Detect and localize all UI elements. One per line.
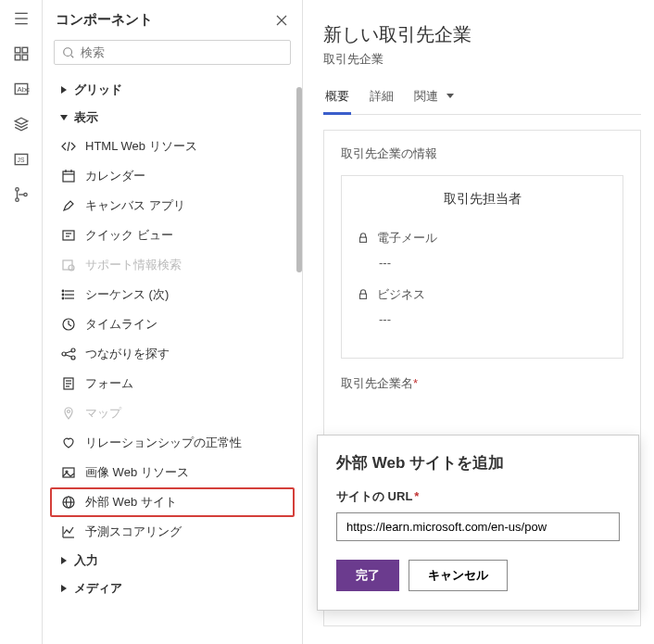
add-external-website-dialog: 外部 Web サイトを追加 サイトの URL* 完了 キャンセル — [317, 435, 639, 611]
chart-icon — [61, 524, 76, 539]
network-icon — [61, 347, 76, 361]
tab-related[interactable]: 関連 — [412, 88, 457, 114]
tree-icon[interactable] — [12, 185, 31, 204]
calendar-icon — [61, 169, 76, 183]
layers-icon[interactable] — [12, 115, 31, 133]
globe-icon — [61, 495, 76, 510]
field-business: ビジネス — [357, 286, 608, 303]
item-form[interactable]: フォーム — [43, 369, 302, 398]
item-predictive-scoring[interactable]: 予測スコアリング — [43, 517, 302, 547]
contact-title: 取引先担当者 — [357, 191, 608, 208]
pin-icon — [61, 406, 76, 421]
svg-rect-61 — [360, 294, 367, 298]
tabs: 概要 詳細 関連 — [323, 88, 641, 115]
svg-text:JS: JS — [17, 157, 24, 163]
dialog-title: 外部 Web サイトを追加 — [336, 452, 620, 474]
svg-marker-22 — [60, 115, 68, 120]
clock-icon — [61, 317, 76, 332]
svg-point-42 — [71, 356, 75, 360]
svg-rect-24 — [63, 171, 74, 182]
contact-box: 取引先担当者 電子メール --- ビジネス --- — [341, 175, 623, 359]
section-title: 取引先企業の情報 — [341, 145, 623, 162]
item-support-search[interactable]: サポート情報検索 — [43, 250, 302, 280]
field-email: 電子メール — [357, 230, 608, 246]
item-sequence[interactable]: シーケンス (次) — [43, 280, 302, 309]
url-input[interactable] — [336, 512, 620, 541]
js-icon[interactable]: JS — [12, 150, 31, 169]
done-button[interactable]: 完了 — [336, 560, 399, 591]
item-external-website[interactable]: 外部 Web サイト — [50, 487, 295, 517]
section-input[interactable]: 入力 — [43, 547, 302, 575]
required-marker: * — [413, 376, 418, 390]
item-html-web-resource[interactable]: HTML Web リソース — [43, 132, 302, 161]
svg-marker-58 — [61, 585, 67, 592]
section-display[interactable]: 表示 — [43, 104, 302, 132]
required-marker: * — [414, 489, 419, 503]
svg-rect-50 — [63, 468, 74, 477]
svg-rect-6 — [22, 55, 28, 60]
page-title: 新しい取引先企業 — [323, 22, 641, 47]
business-value: --- — [379, 312, 608, 326]
lock-icon — [357, 232, 370, 245]
svg-marker-59 — [446, 94, 454, 98]
search-field[interactable] — [81, 45, 283, 59]
svg-rect-28 — [63, 231, 74, 240]
code-icon — [61, 139, 76, 154]
tab-details[interactable]: 詳細 — [368, 88, 396, 114]
section-media[interactable]: メディア — [43, 575, 302, 602]
card-icon — [61, 228, 76, 243]
svg-point-49 — [68, 410, 70, 413]
cancel-button[interactable]: キャンセル — [409, 560, 508, 591]
item-image-web-resource[interactable]: 画像 Web リソース — [43, 458, 302, 487]
svg-point-19 — [64, 47, 72, 56]
svg-rect-4 — [22, 47, 28, 53]
brush-icon — [61, 198, 76, 213]
svg-marker-21 — [61, 86, 67, 94]
apps-icon[interactable] — [12, 44, 31, 63]
list-icon — [61, 287, 76, 302]
item-canvas-app[interactable]: キャンバス アプリ — [43, 191, 302, 221]
svg-line-43 — [66, 351, 71, 353]
section-grid[interactable]: グリッド — [43, 76, 302, 104]
hamburger-icon[interactable] — [12, 9, 31, 28]
item-quick-view[interactable]: クイック ビュー — [43, 221, 302, 250]
svg-point-38 — [62, 297, 64, 299]
item-map[interactable]: マップ — [43, 398, 302, 428]
components-panel: コンポーネント グリッド 表示 HTML Web リソース — [43, 0, 303, 644]
svg-line-44 — [66, 355, 71, 357]
svg-marker-57 — [61, 557, 67, 564]
image-icon — [61, 465, 76, 480]
tab-overview[interactable]: 概要 — [323, 88, 351, 114]
svg-text:Abc: Abc — [17, 85, 30, 94]
svg-point-37 — [62, 294, 64, 296]
scrollbar[interactable] — [296, 87, 302, 272]
component-tree: グリッド 表示 HTML Web リソース カレンダー キャンバス アプリ クイ… — [43, 72, 302, 644]
svg-marker-9 — [15, 118, 28, 124]
field-company-name: 取引先企業名* — [341, 375, 623, 392]
page-subtitle: 取引先企業 — [323, 51, 641, 68]
svg-rect-5 — [15, 55, 20, 60]
svg-point-40 — [62, 352, 66, 356]
svg-point-41 — [71, 348, 75, 352]
svg-rect-60 — [360, 237, 367, 242]
svg-rect-3 — [15, 47, 20, 53]
item-timeline[interactable]: タイムライン — [43, 309, 302, 339]
svg-point-13 — [15, 198, 18, 201]
item-connections[interactable]: つながりを探す — [43, 339, 302, 369]
svg-line-23 — [68, 142, 69, 151]
item-calendar[interactable]: カレンダー — [43, 161, 302, 191]
close-icon[interactable] — [274, 13, 289, 28]
item-relationship-health[interactable]: リレーションシップの正常性 — [43, 428, 302, 458]
lock-icon — [357, 288, 370, 301]
search-input[interactable] — [54, 40, 291, 65]
svg-point-36 — [62, 290, 64, 292]
panel-title: コンポーネント — [56, 11, 153, 29]
nav-rail: Abc JS — [0, 0, 43, 644]
svg-line-20 — [71, 55, 74, 57]
text-icon[interactable]: Abc — [12, 80, 31, 98]
svg-point-14 — [23, 193, 26, 196]
support-icon — [61, 258, 76, 272]
email-value: --- — [379, 256, 608, 270]
dialog-url-label: サイトの URL* — [336, 488, 620, 505]
svg-point-12 — [15, 188, 18, 191]
